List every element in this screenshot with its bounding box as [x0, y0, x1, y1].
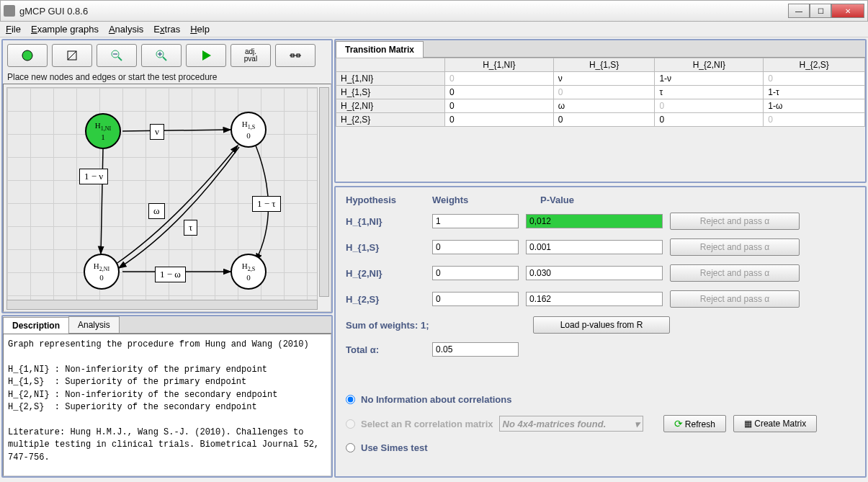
toolbar-hint: Place new nodes and edges or start the t… [3, 71, 331, 84]
zoom-out-button[interactable] [97, 44, 137, 67]
matrix-cell[interactable]: 0 [444, 72, 553, 86]
svg-point-0 [22, 50, 32, 61]
node-h2s[interactable]: H2,S0 [231, 254, 267, 290]
menu-file[interactable]: File [6, 24, 21, 35]
hyp-name: H_{2,S} [346, 294, 425, 305]
matrix-cell[interactable]: 0 [764, 113, 865, 127]
load-pvalues-button[interactable]: Load p-values from R [533, 316, 670, 334]
edge-label-nu[interactable]: ν [150, 124, 164, 140]
weight-input[interactable] [432, 240, 519, 254]
title-bar: gMCP GUI 0.8.6 — ☐ ✕ [0, 0, 868, 22]
total-alpha-input[interactable] [432, 342, 519, 357]
radio-select-r-row[interactable]: Select an R correlation matrix No 4x4-ma… [346, 415, 855, 432]
canvas-hscroll[interactable] [6, 300, 318, 310]
tab-description[interactable]: Description [3, 317, 69, 334]
pvalue-input[interactable] [526, 214, 663, 228]
radio-no-info[interactable] [346, 395, 355, 404]
col-pvalue: P-Value [540, 195, 692, 205]
reject-button[interactable]: Reject and pass α [670, 238, 800, 256]
matrix-cell[interactable]: 0 [553, 86, 655, 99]
chevron-down-icon: ▾ [635, 419, 640, 429]
radio-no-info-row[interactable]: No Information about correlations [346, 394, 855, 405]
edge-label-omega[interactable]: ω [148, 203, 165, 219]
matrix-cell[interactable]: 0 [655, 113, 764, 127]
radio-simes[interactable] [346, 443, 355, 452]
matrix-cell[interactable]: τ [655, 86, 764, 99]
pvalue-input[interactable] [526, 266, 663, 280]
matrix-cell[interactable]: ν [553, 72, 655, 86]
adj-pval-button[interactable]: adj. pval [231, 44, 271, 67]
new-edge-button[interactable] [52, 44, 92, 67]
menu-extras[interactable]: Extras [153, 24, 180, 35]
weight-input[interactable] [432, 214, 519, 228]
edge-label-1-tau[interactable]: 1 − τ [252, 196, 281, 212]
matrix-cell[interactable]: 0 [444, 113, 553, 127]
pvalue-input[interactable] [526, 292, 663, 306]
description-text[interactable]: Graph representing the procedure from Hu… [3, 334, 331, 476]
edge-label-1-nu[interactable]: 1 − ν [79, 169, 108, 184]
svg-line-14 [122, 130, 231, 131]
matrix-header: H_{2,S} [764, 58, 865, 72]
app-icon [4, 5, 15, 17]
weight-input[interactable] [432, 292, 519, 306]
correlation-matrix-combo[interactable]: No 4x4-matrices found.▾ [499, 416, 643, 432]
matrix-cell[interactable]: 1-ω [764, 99, 865, 113]
maximize-button[interactable]: ☐ [810, 4, 831, 18]
tab-transition-matrix[interactable]: Transition Matrix [336, 41, 424, 58]
edge-label-tau[interactable]: τ [184, 220, 197, 236]
col-weights: Weights [432, 195, 540, 205]
svg-line-4 [118, 57, 122, 61]
reject-button[interactable]: Reject and pass α [670, 290, 800, 308]
svg-line-7 [163, 57, 166, 61]
node-h1ni[interactable]: H1,NI1 [85, 113, 121, 149]
node-h1s[interactable]: H1,S0 [231, 112, 267, 148]
reject-button[interactable]: Reject and pass α [670, 213, 800, 230]
new-node-button[interactable] [7, 44, 48, 67]
grid-icon: ▦ [744, 419, 752, 429]
minimize-button[interactable]: — [788, 4, 810, 18]
transition-matrix-table[interactable]: H_{1,NI}H_{1,S}H_{2,NI}H_{2,S}H_{1,NI}0ν… [336, 58, 865, 127]
window-title: gMCP GUI 0.8.6 [19, 6, 788, 17]
tab-analysis[interactable]: Analysis [68, 316, 120, 333]
col-hypothesis: Hypothesis [346, 195, 432, 205]
matrix-cell[interactable]: 0 [655, 99, 764, 113]
edge-label-1-omega[interactable]: 1 − ω [155, 267, 186, 282]
matrix-cell[interactable]: 1-ν [655, 72, 764, 86]
menu-help[interactable]: Help [190, 24, 210, 35]
pvalue-input[interactable] [526, 240, 663, 254]
hyp-name: H_{2,NI} [346, 268, 425, 279]
matrix-row-header: H_{2,NI} [336, 99, 445, 113]
svg-line-2 [68, 51, 76, 60]
menu-example-graphs[interactable]: Example graphs [31, 24, 99, 35]
transition-matrix-panel: Transition Matrix H_{1,NI}H_{1,S}H_{2,NI… [334, 39, 867, 183]
run-button[interactable] [186, 44, 226, 67]
matrix-cell[interactable]: ω [553, 99, 655, 113]
refresh-button[interactable]: ⟳ Refresh [663, 415, 726, 432]
matrix-header [336, 58, 445, 72]
menu-analysis[interactable]: Analysis [109, 24, 143, 35]
weight-input[interactable] [432, 266, 519, 280]
radio-select-r-label: Select an R correlation matrix [361, 419, 493, 429]
radio-simes-row[interactable]: Use Simes test [346, 442, 855, 453]
matrix-cell[interactable]: 0 [553, 113, 655, 127]
reject-button[interactable]: Reject and pass α [670, 264, 800, 282]
node-h2ni[interactable]: H2,NI0 [84, 254, 120, 290]
matrix-cell[interactable]: 0 [444, 86, 553, 99]
matrix-cell[interactable]: 1-τ [764, 86, 865, 99]
total-alpha-label: Total α: [346, 344, 425, 355]
hyp-name: H_{1,S} [346, 242, 425, 253]
hyp-name: H_{1,NI} [346, 216, 425, 227]
graph-canvas[interactable]: H1,NI1 H1,S0 H2,NI0 H2,S0 ν 1 − ν ω τ 1 … [6, 87, 318, 308]
create-matrix-button[interactable]: ▦ Create Matrix [733, 415, 817, 432]
zoom-in-button[interactable] [141, 44, 182, 67]
matrix-cell[interactable]: 0 [764, 72, 865, 86]
matrix-header: H_{2,NI} [655, 58, 764, 72]
radio-select-r[interactable] [346, 419, 355, 429]
matrix-cell[interactable]: 0 [444, 99, 553, 113]
hypothesis-panel: Hypothesis Weights P-Value H_{1,NI}Rejec… [334, 186, 867, 478]
close-button[interactable]: ✕ [831, 4, 864, 18]
matrix-header: H_{1,S} [553, 58, 655, 72]
canvas-vscroll[interactable] [319, 87, 329, 297]
layout-button[interactable] [275, 44, 316, 67]
matrix-row-header: H_{1,NI} [336, 72, 445, 86]
